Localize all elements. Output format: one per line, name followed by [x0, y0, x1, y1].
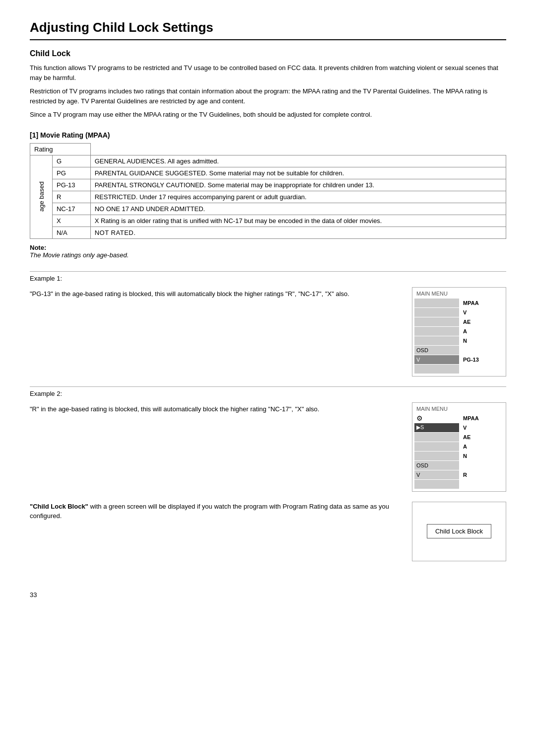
menu1-bottom-left: [414, 365, 459, 374]
menu2-slot3: [414, 433, 459, 442]
rating-pg13: PG-13: [52, 179, 90, 191]
child-lock-block-display: Child Lock Block: [412, 502, 506, 561]
table-row: R RESTRICTED. Under 17 requires accompan…: [30, 191, 506, 203]
menu1-rating-value: PG-13: [459, 357, 504, 363]
menu1-a-label: A: [459, 328, 504, 334]
menu1-ae-label: AE: [459, 319, 504, 325]
menu1-n-label: N: [459, 338, 504, 344]
menu1-slot5: [414, 336, 459, 345]
settings-icon: ⚙: [416, 414, 423, 422]
menu1-bottom-row: [414, 365, 504, 374]
menu2-slot5: [414, 452, 459, 460]
menu1-v2-left: V: [414, 355, 459, 364]
rating-na: N/A: [52, 227, 90, 238]
menu2-row5: N: [414, 452, 504, 460]
menu2-rating-value: R: [459, 472, 504, 478]
rating-g: G: [52, 155, 90, 167]
page-number: 33: [30, 591, 506, 599]
menu2-v2-left: V: [414, 470, 459, 479]
menu1-row2: V: [414, 308, 504, 317]
menu1-header: MAIN MENU: [414, 290, 504, 298]
menu1-row3: AE: [414, 317, 504, 326]
rating-r: R: [52, 191, 90, 203]
menu2-v-label: V: [459, 425, 504, 431]
menu1-row1: MPAA: [414, 299, 504, 307]
age-based-cell: age based: [30, 155, 53, 238]
menu2-row2: ▶S V: [414, 423, 504, 432]
menu1-v2-row: V PG-13: [414, 355, 504, 364]
table-row: age based G GENERAL AUDIENCES. All ages …: [30, 155, 506, 167]
rating-header: Rating: [30, 143, 91, 155]
note-text: The Movie ratings only age-based.: [30, 251, 129, 259]
menu2-mpaa-label: MPAA: [459, 415, 504, 421]
example2-menu: MAIN MENU ⚙ MPAA ▶S V AE A: [412, 402, 506, 492]
menu2-a-label: A: [459, 444, 504, 450]
page-title: Adjusting Child Lock Settings: [30, 20, 506, 40]
desc-pg: PARENTAL GUIDANCE SUGGESTED. Some materi…: [90, 167, 506, 179]
menu1-mpaa-label: MPAA: [459, 300, 504, 306]
intro-para2: Restriction of TV programs includes two …: [30, 86, 506, 106]
menu1-slot3: [414, 317, 459, 326]
menu1-slot2: [414, 308, 459, 317]
menu2-v2-row: V R: [414, 470, 504, 479]
rating-table: Rating age based G GENERAL AUDIENCES. Al…: [30, 143, 506, 239]
child-lock-block-label: Child Lock Block: [427, 524, 491, 538]
rating-nc17: NC-17: [52, 203, 90, 215]
arrow-icon: ▶S: [416, 424, 424, 431]
desc-g: GENERAL AUDIENCES. All ages admitted.: [90, 155, 506, 167]
menu2-icon-left: ⚙: [414, 414, 459, 423]
menu2-bottom-left: [414, 480, 459, 489]
menu1-slot1: [414, 299, 459, 307]
rating-pg: PG: [52, 167, 90, 179]
movie-rating-heading: [1] Movie Rating (MPAA): [30, 131, 506, 139]
note-block: Note: The Movie ratings only age-based.: [30, 244, 506, 259]
menu1-row4: A: [414, 327, 504, 336]
menu2-osd-left: OSD: [414, 461, 459, 470]
child-lock-description: "Child Lock Block" with a green screen w…: [30, 502, 402, 521]
menu2-row4: A: [414, 442, 504, 451]
table-row: PG-13 PARENTAL STRONGLY CAUTIONED. Some …: [30, 179, 506, 191]
menu2-header: MAIN MENU: [414, 405, 504, 413]
menu2-bottom-row: [414, 480, 504, 489]
table-row: PG PARENTAL GUIDANCE SUGGESTED. Some mat…: [30, 167, 506, 179]
menu2-row3: AE: [414, 433, 504, 442]
child-lock-bold-text: "Child Lock Block": [30, 503, 88, 510]
menu2-slot4: [414, 442, 459, 451]
desc-x: X Rating is an older rating that is unif…: [90, 215, 506, 227]
example2-label: Example 2:: [30, 386, 506, 397]
menu1-osd-row: OSD: [414, 346, 504, 355]
menu1-row5: N: [414, 336, 504, 345]
menu1-v-label: V: [459, 309, 504, 315]
example1-text: "PG-13" in the age-based rating is block…: [30, 285, 402, 303]
child-lock-block-section: "Child Lock Block" with a green screen w…: [30, 502, 506, 561]
example2-section: Example 2: "R" in the age-based rating i…: [30, 386, 506, 492]
intro-para1: This function allows TV programs to be r…: [30, 63, 506, 82]
intro-para3: Since a TV program may use either the MP…: [30, 110, 506, 120]
table-row: N/A Not Rated.: [30, 227, 506, 238]
desc-r: RESTRICTED. Under 17 requires accompanyi…: [90, 191, 506, 203]
table-row: X X Rating is an older rating that is un…: [30, 215, 506, 227]
menu1-slot4: [414, 327, 459, 336]
menu1-osd-left: OSD: [414, 346, 459, 355]
example1-section: Example 1: "PG-13" in the age-based rati…: [30, 271, 506, 377]
menu2-osd-row: OSD: [414, 461, 504, 470]
menu2-icon-row: ⚙ MPAA: [414, 414, 504, 423]
desc-nc17: NO ONE 17 AND UNDER ADMITTED.: [90, 203, 506, 215]
example1-label: Example 1:: [30, 271, 506, 282]
menu2-n-label: N: [459, 453, 504, 459]
menu2-ae-label: AE: [459, 434, 504, 440]
table-row: NC-17 NO ONE 17 AND UNDER ADMITTED.: [30, 203, 506, 215]
desc-pg13: PARENTAL STRONGLY CAUTIONED. Some materi…: [90, 179, 506, 191]
example1-menu: MAIN MENU MPAA V AE A N: [412, 287, 506, 377]
section-title-child-lock: Child Lock: [30, 49, 506, 58]
rating-x: X: [52, 215, 90, 227]
menu2-slot2: ▶S: [414, 423, 459, 432]
example2-text: "R" in the age-based rating is blocked, …: [30, 400, 402, 418]
note-label: Note:: [30, 244, 46, 251]
desc-na: Not Rated.: [90, 227, 506, 238]
